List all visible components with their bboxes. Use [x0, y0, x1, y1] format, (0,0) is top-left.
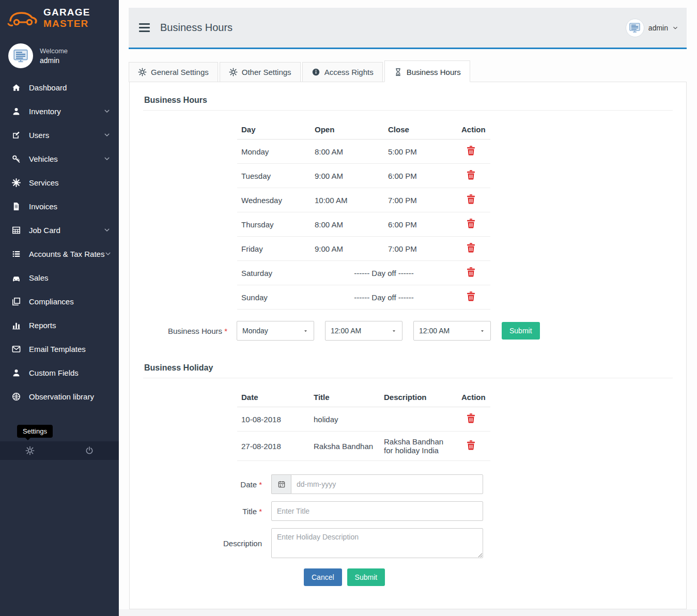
chevron-down-icon — [103, 131, 111, 138]
delete-row-button[interactable] — [461, 440, 475, 451]
divider — [143, 110, 673, 111]
column-header-close: Close — [384, 120, 457, 140]
sidebar-item-accounts-tax-rates[interactable]: Accounts & Tax Rates — [0, 242, 119, 266]
table-row: Thursday 8:00 AM 6:00 PM — [237, 212, 490, 237]
description-label: Description — [143, 539, 271, 548]
chevron-down-icon — [103, 226, 111, 234]
sidebar-item-sales[interactable]: Sales — [0, 266, 119, 289]
table-row: Monday 8:00 AM 5:00 PM — [237, 140, 490, 164]
bar-chart-icon — [11, 320, 21, 330]
trash-icon — [467, 170, 475, 180]
avatar-image-icon — [628, 21, 642, 35]
sidebar-item-compliances[interactable]: Compliances — [0, 289, 119, 313]
avatar-image-icon — [11, 47, 30, 65]
hamburger-menu-icon[interactable] — [138, 22, 151, 33]
brand-name: GARAGE MASTER — [43, 7, 90, 29]
trash-icon — [467, 413, 475, 424]
gear-icon — [25, 446, 35, 455]
sidebar-item-job-card[interactable]: Job Card — [0, 218, 119, 242]
column-header-action: Action — [457, 120, 490, 140]
day-select[interactable]: Monday — [237, 321, 314, 341]
sidebar-nav: Dashboard Inventory Users Vehicles Servi… — [0, 75, 119, 408]
business-hours-section-title: Business Hours — [144, 96, 673, 105]
sidebar-item-custom-fields[interactable]: Custom Fields — [0, 361, 119, 384]
sidebar-item-inventory[interactable]: Inventory — [0, 99, 119, 123]
user-menu[interactable]: admin — [626, 19, 678, 37]
content-card: Business Hours Day Open Close Action Mon… — [129, 82, 687, 609]
home-icon — [11, 83, 21, 93]
delete-row-button[interactable] — [461, 145, 475, 156]
delete-row-button[interactable] — [461, 218, 475, 229]
settings-button[interactable] — [0, 441, 59, 460]
delete-row-button[interactable] — [461, 413, 475, 424]
table-row: Tuesday 9:00 AM 6:00 PM — [237, 164, 490, 188]
sidebar-username: admin — [40, 56, 68, 65]
key-icon — [11, 154, 21, 164]
app-logo[interactable]: GARAGE MASTER — [0, 0, 119, 36]
trash-icon — [467, 291, 475, 302]
close-time-select[interactable]: 12:00 AM — [413, 321, 491, 341]
delete-row-button[interactable] — [461, 170, 475, 180]
trash-icon — [467, 242, 475, 253]
document-icon — [11, 202, 21, 211]
sidebar-item-email-templates[interactable]: Email Templates — [0, 337, 119, 361]
settings-tabs: General Settings Other Settings Access R… — [129, 60, 687, 82]
trash-icon — [467, 267, 475, 278]
envelope-icon — [11, 344, 21, 354]
date-input[interactable] — [291, 474, 483, 494]
delete-row-button[interactable] — [461, 291, 475, 302]
required-asterisk: * — [259, 507, 262, 516]
business-holiday-section-title: Business Holiday — [144, 363, 673, 373]
day-off-label: ------ Day off ------ — [311, 285, 457, 310]
avatar — [626, 19, 644, 37]
gear-icon — [229, 68, 238, 76]
table-row: Friday 9:00 AM 7:00 PM — [237, 237, 490, 261]
description-textarea[interactable] — [271, 528, 483, 558]
business-hours-submit-button[interactable]: Submit — [502, 322, 540, 340]
chevron-down-icon — [103, 107, 111, 115]
cancel-button[interactable]: Cancel — [304, 568, 342, 586]
delete-row-button[interactable] — [461, 242, 475, 253]
info-icon — [312, 68, 320, 76]
sidebar-item-observation-library[interactable]: Observation library — [0, 384, 119, 408]
header-username: admin — [648, 24, 668, 32]
tab-business-hours[interactable]: Business Hours — [384, 60, 470, 82]
table-row: Saturday ------ Day off ------ — [237, 261, 490, 285]
sidebar-item-reports[interactable]: Reports — [0, 313, 119, 337]
column-header-day: Day — [237, 120, 311, 140]
brand-name-bottom: MASTER — [43, 18, 90, 29]
grid-icon — [11, 225, 21, 235]
footer: All rights reserved by Garage System. — [119, 609, 697, 616]
delete-row-button[interactable] — [461, 194, 475, 205]
sidebar-item-invoices[interactable]: Invoices — [0, 194, 119, 218]
edit-icon — [11, 130, 21, 140]
title-input[interactable] — [271, 501, 483, 521]
top-header: Business Hours admin — [129, 8, 687, 49]
chevron-down-icon — [104, 250, 112, 257]
holiday-submit-button[interactable]: Submit — [347, 568, 385, 586]
car-wrench-logo-icon — [6, 7, 39, 29]
brand-name-top: GARAGE — [43, 7, 90, 18]
business-holiday-form: Date * Title * Descrip — [143, 474, 673, 586]
calendar-addon[interactable] — [271, 474, 291, 494]
open-time-select[interactable]: 12:00 AM — [325, 321, 402, 341]
person-icon — [11, 368, 21, 378]
business-hours-form: Business Hours * Monday 12:00 AM 12:00 A… — [143, 321, 673, 341]
asterisk-icon — [11, 178, 21, 188]
sidebar-item-dashboard[interactable]: Dashboard — [0, 75, 119, 99]
trash-icon — [467, 194, 475, 205]
logout-button[interactable] — [59, 441, 119, 460]
tab-general-settings[interactable]: General Settings — [129, 62, 218, 82]
sidebar-item-users[interactable]: Users — [0, 123, 119, 147]
caret-down-icon — [479, 328, 485, 334]
required-asterisk: * — [259, 480, 262, 489]
tab-other-settings[interactable]: Other Settings — [220, 62, 301, 82]
calendar-icon — [277, 480, 286, 488]
delete-row-button[interactable] — [461, 267, 475, 278]
list-icon — [11, 249, 21, 259]
sidebar-item-vehicles[interactable]: Vehicles — [0, 147, 119, 171]
sidebar-bottom-bar — [0, 441, 119, 460]
column-header-description: Description — [380, 388, 457, 407]
tab-access-rights[interactable]: Access Rights — [302, 62, 383, 82]
sidebar-item-services[interactable]: Services — [0, 171, 119, 194]
